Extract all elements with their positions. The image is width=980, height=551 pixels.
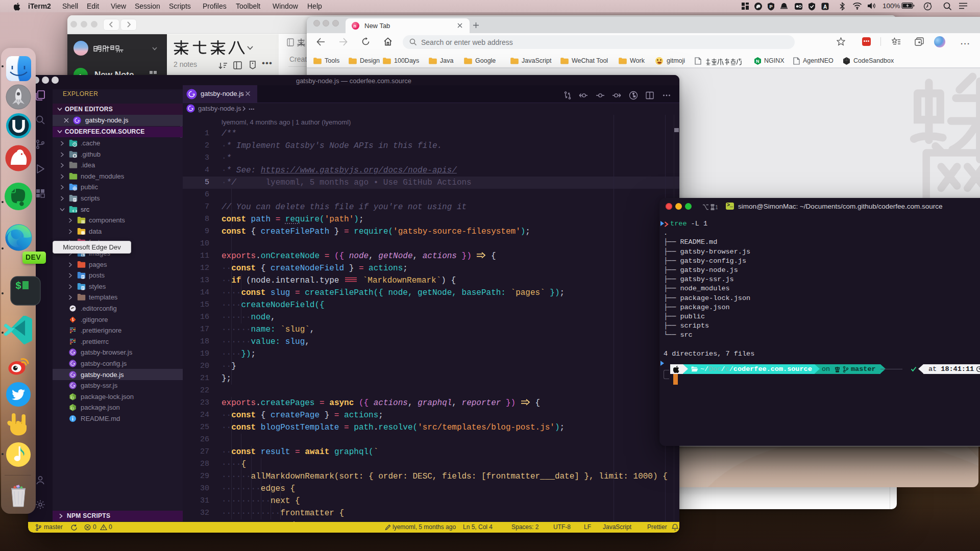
svg-text:$: $	[15, 280, 21, 292]
svg-text:1: 1	[715, 204, 718, 210]
svg-text:P: P	[770, 4, 773, 9]
svg-text:N: N	[756, 59, 760, 64]
svg-text:{ }: { }	[71, 396, 74, 399]
svg-text:{ }: { }	[71, 407, 74, 410]
svg-text:A: A	[823, 4, 827, 10]
